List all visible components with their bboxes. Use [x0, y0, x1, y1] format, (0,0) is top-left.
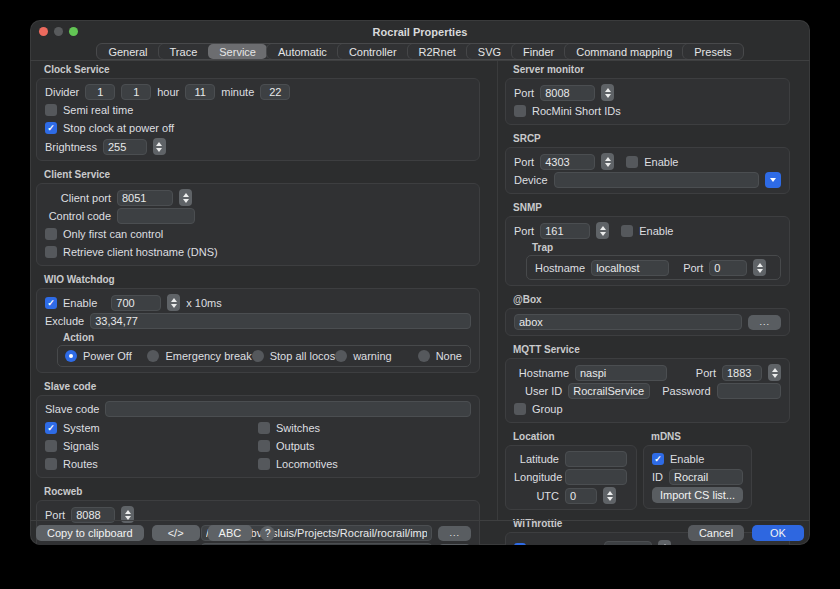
action-warning-radio[interactable]: [335, 350, 347, 362]
close-window-button[interactable]: [39, 27, 48, 36]
tab-presets[interactable]: Presets: [683, 44, 742, 59]
abc-button[interactable]: ABC: [208, 525, 253, 541]
action-power-off-option[interactable]: Power Off: [65, 350, 147, 362]
srcp-port-field[interactable]: [540, 154, 595, 170]
action-none-label: None: [436, 350, 462, 362]
longitude-row: Longitude: [514, 469, 628, 485]
snmp-enable-checkbox[interactable]: [621, 225, 633, 237]
srcp-device-dropdown-button[interactable]: [765, 172, 781, 188]
abox-field[interactable]: [514, 314, 742, 330]
snmp-group: SNMP Port Enable Trap Hostname: [505, 202, 790, 286]
slave-outputs-checkbox[interactable]: [258, 440, 270, 452]
srcp-enable-label: Enable: [644, 156, 678, 168]
client-port-field[interactable]: [117, 190, 173, 206]
mqtt-group-checkbox[interactable]: [514, 403, 526, 415]
code-view-button[interactable]: </>: [152, 525, 200, 541]
zoom-window-button[interactable]: [69, 27, 78, 36]
tab-service[interactable]: Service: [208, 44, 267, 59]
titlebar: Rocrail Properties: [30, 20, 810, 43]
hour-field[interactable]: [185, 84, 215, 100]
srcp-port-stepper[interactable]: [601, 153, 614, 170]
action-warning-option[interactable]: warning: [335, 350, 417, 362]
ok-button[interactable]: OK: [752, 525, 804, 541]
slave-locomotives-checkbox[interactable]: [258, 458, 270, 470]
mdns-enable-checkbox[interactable]: [652, 453, 664, 465]
copy-to-clipboard-button[interactable]: Copy to clipboard: [36, 525, 144, 541]
srcp-group: SRCP Port Enable Device: [505, 133, 790, 194]
minute-field[interactable]: [260, 84, 290, 100]
snmp-port-stepper[interactable]: [596, 222, 609, 239]
mqtt-userid-field[interactable]: [568, 383, 650, 399]
tab-command-mapping[interactable]: Command mapping: [565, 44, 683, 59]
retrieve-hostname-checkbox[interactable]: [45, 246, 57, 258]
cancel-button[interactable]: Cancel: [688, 525, 744, 541]
wio-exclude-field[interactable]: [90, 313, 471, 329]
location-group: Location Latitude Longitude UTC: [505, 431, 637, 510]
control-code-field[interactable]: [117, 208, 195, 224]
slave-routes-checkbox[interactable]: [45, 458, 57, 470]
slave-routes-row: Routes: [45, 456, 258, 472]
rocmini-checkbox[interactable]: [514, 105, 526, 117]
abox-browse-button[interactable]: ...: [748, 315, 781, 330]
divider-field-1[interactable]: [85, 84, 115, 100]
server-monitor-port-field[interactable]: [540, 85, 595, 101]
snmp-trap-title: Trap: [532, 242, 781, 253]
help-button[interactable]: ?: [260, 526, 275, 541]
snmp-port-field[interactable]: [540, 223, 590, 239]
only-first-checkbox[interactable]: [45, 228, 57, 240]
tab-r2rnet[interactable]: R2Rnet: [408, 44, 467, 59]
tab-controller[interactable]: Controller: [338, 44, 408, 59]
action-emergency-break-option[interactable]: Emergency break: [147, 350, 251, 362]
wio-timeout-field[interactable]: [111, 295, 161, 311]
stop-clock-checkbox[interactable]: [45, 122, 57, 134]
tab-automatic[interactable]: Automatic: [267, 44, 338, 59]
slave-signals-checkbox[interactable]: [45, 440, 57, 452]
tab-trace[interactable]: Trace: [159, 44, 209, 59]
trap-hostname-field[interactable]: [591, 260, 669, 276]
mqtt-service-group: MQTT Service Hostname Port User ID: [505, 344, 790, 423]
mdns-import-row: Import CS list...: [652, 487, 743, 503]
trap-port-field[interactable]: [709, 260, 747, 276]
tab-svg[interactable]: SVG: [467, 44, 512, 59]
slave-system-row: System: [45, 420, 258, 436]
action-none-radio[interactable]: [418, 350, 430, 362]
brightness-stepper[interactable]: [153, 138, 166, 155]
client-service-title: Client Service: [44, 169, 480, 180]
srcp-device-field[interactable]: [554, 172, 759, 188]
tab-finder[interactable]: Finder: [512, 44, 565, 59]
brightness-field[interactable]: [103, 139, 147, 155]
mqtt-hostname-field[interactable]: [575, 365, 667, 381]
utc-field[interactable]: [565, 488, 597, 504]
mqtt-password-field[interactable]: [717, 383, 781, 399]
mqtt-port-stepper[interactable]: [768, 364, 781, 381]
import-cs-list-button[interactable]: Import CS list...: [652, 487, 743, 503]
mdns-id-label: ID: [652, 471, 663, 483]
action-emergency-break-label: Emergency break: [165, 350, 251, 362]
srcp-enable-checkbox[interactable]: [626, 156, 638, 168]
slave-system-checkbox[interactable]: [45, 422, 57, 434]
mqtt-port-field[interactable]: [722, 365, 762, 381]
action-power-off-radio[interactable]: [65, 350, 77, 362]
wio-enable-checkbox[interactable]: [45, 297, 57, 309]
clock-service-group: Clock Service Divider hour minute Semi r…: [36, 64, 480, 161]
action-emergency-break-radio[interactable]: [147, 350, 159, 362]
slave-code-field[interactable]: [105, 401, 471, 417]
mdns-id-field[interactable]: [669, 469, 743, 485]
divider-label: Divider: [45, 86, 79, 98]
action-stop-all-locos-option[interactable]: Stop all locos: [252, 350, 335, 362]
longitude-field[interactable]: [565, 469, 627, 485]
trap-port-stepper[interactable]: [753, 259, 766, 276]
client-port-stepper[interactable]: [179, 189, 192, 206]
wio-timeout-stepper[interactable]: [167, 294, 180, 311]
slave-switches-checkbox[interactable]: [258, 422, 270, 434]
latitude-label: Latitude: [514, 453, 559, 465]
minimize-window-button[interactable]: [54, 27, 63, 36]
server-monitor-port-stepper[interactable]: [601, 84, 614, 101]
latitude-field[interactable]: [565, 451, 627, 467]
divider-field-2[interactable]: [121, 84, 151, 100]
tab-general[interactable]: General: [97, 44, 158, 59]
action-none-option[interactable]: None: [418, 350, 463, 362]
action-stop-all-locos-radio[interactable]: [252, 350, 264, 362]
semi-real-time-checkbox[interactable]: [45, 104, 57, 116]
utc-stepper[interactable]: [603, 487, 616, 504]
